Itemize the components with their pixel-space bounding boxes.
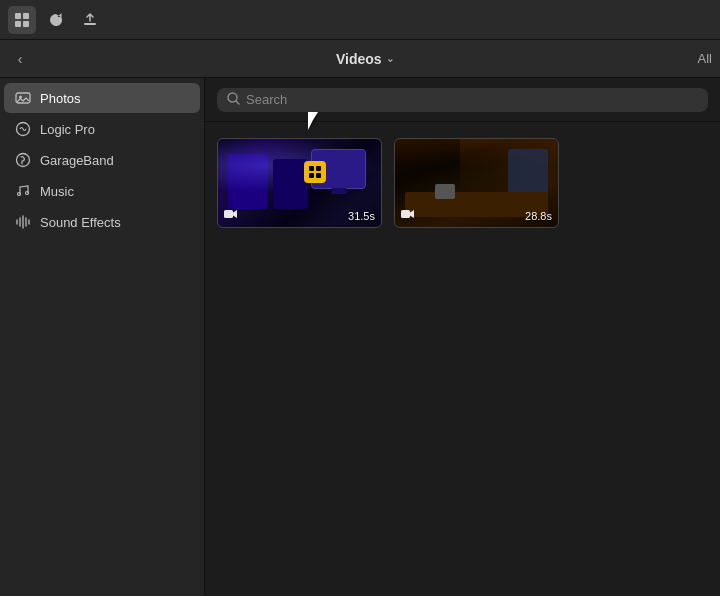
svg-rect-13 (309, 166, 314, 171)
sidebar-label-photos: Photos (40, 91, 80, 106)
svg-rect-16 (316, 173, 321, 178)
svg-rect-2 (15, 21, 21, 27)
toolbar-icon-upload[interactable] (76, 6, 104, 34)
sidebar-label-music: Music (40, 184, 74, 199)
video-cam-icon-1 (224, 208, 238, 222)
sidebar-item-sound-effects[interactable]: Sound Effects (4, 207, 200, 237)
search-bar (205, 78, 720, 122)
svg-rect-14 (316, 166, 321, 171)
video-duration-1: 31.5s (348, 210, 375, 222)
video-cam-icon-2 (401, 208, 415, 222)
svg-rect-17 (224, 210, 233, 218)
sound-effects-icon (14, 213, 32, 231)
video-duration-2: 28.8s (525, 210, 552, 222)
v2-item (435, 184, 455, 199)
logic-pro-icon (14, 120, 32, 138)
nav-title-text: Videos (336, 51, 382, 67)
toolbar (0, 0, 720, 40)
svg-rect-18 (401, 210, 410, 218)
svg-point-11 (26, 192, 29, 195)
search-icon (227, 92, 240, 108)
nav-chevron-icon: ⌄ (386, 53, 394, 64)
svg-point-9 (17, 154, 30, 167)
toolbar-icon-sync[interactable] (42, 6, 70, 34)
garageband-icon (14, 151, 32, 169)
back-button[interactable]: ‹ (8, 47, 32, 71)
nav-title: Videos ⌄ (32, 51, 698, 67)
search-input-container[interactable] (217, 88, 708, 112)
svg-point-10 (18, 193, 21, 196)
sidebar-item-photos[interactable]: Photos (4, 83, 200, 113)
photos-icon (14, 89, 32, 107)
sidebar-item-music[interactable]: Music (4, 176, 200, 206)
content-area: 31.5s 28.8s (205, 78, 720, 596)
music-icon (14, 182, 32, 200)
drag-badge (304, 161, 326, 183)
svg-rect-5 (84, 23, 96, 25)
nav-bar: ‹ Videos ⌄ All (0, 40, 720, 78)
main-layout: Photos Logic Pro GarageBand (0, 78, 720, 596)
sidebar-item-logic-pro[interactable]: Logic Pro (4, 114, 200, 144)
video-thumbnail-1[interactable]: 31.5s (217, 138, 382, 228)
search-input[interactable] (246, 92, 698, 107)
video-grid: 31.5s 28.8s (205, 122, 720, 596)
svg-rect-15 (309, 173, 314, 178)
filter-all-button[interactable]: All (698, 51, 712, 66)
svg-rect-0 (15, 13, 21, 19)
sidebar-item-garageband[interactable]: GarageBand (4, 145, 200, 175)
toolbar-icon-grid[interactable] (8, 6, 36, 34)
back-arrow-icon: ‹ (18, 51, 23, 67)
video-thumbnail-2[interactable]: 28.8s (394, 138, 559, 228)
sidebar-label-logic-pro: Logic Pro (40, 122, 95, 137)
svg-rect-3 (23, 21, 29, 27)
svg-rect-1 (23, 13, 29, 19)
sidebar-label-garageband: GarageBand (40, 153, 114, 168)
sidebar-label-sound-effects: Sound Effects (40, 215, 121, 230)
sidebar: Photos Logic Pro GarageBand (0, 78, 205, 596)
